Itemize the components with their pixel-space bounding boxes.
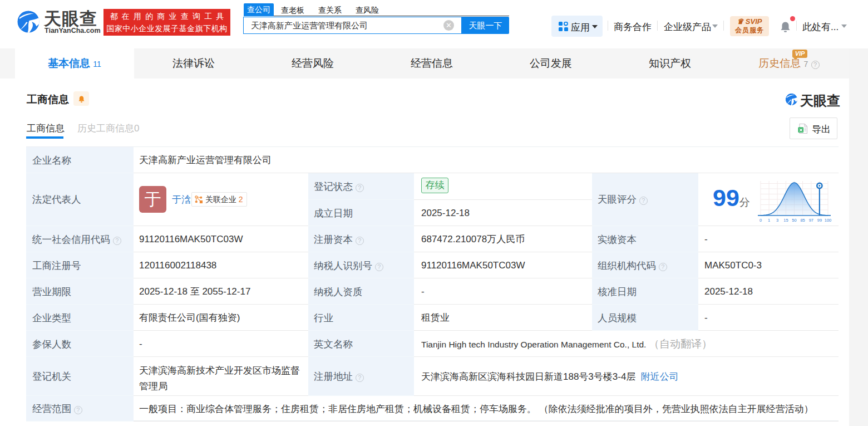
svg-text:100: 100 xyxy=(825,218,832,223)
svg-text:99: 99 xyxy=(817,218,822,223)
svg-text:0: 0 xyxy=(760,218,762,223)
svg-text:15: 15 xyxy=(783,218,788,223)
svg-text:85: 85 xyxy=(800,218,805,223)
svg-text:1: 1 xyxy=(768,218,770,223)
svg-text:50: 50 xyxy=(792,218,796,223)
svg-text:3: 3 xyxy=(776,218,778,223)
svg-text:97: 97 xyxy=(809,218,813,223)
